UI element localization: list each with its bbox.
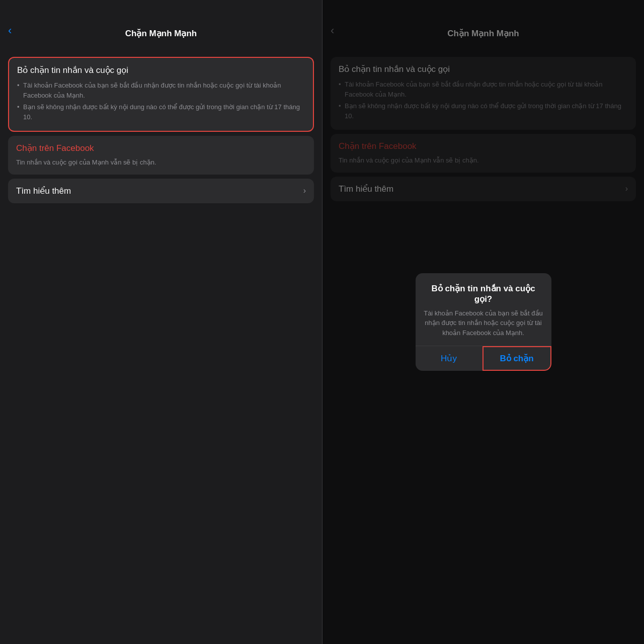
left-back-button[interactable]: ‹ bbox=[8, 25, 12, 36]
modal-cancel-button[interactable]: Hủy bbox=[416, 346, 482, 371]
left-bullet-2: Bạn sẽ không nhận được bất kỳ nội dung n… bbox=[17, 102, 305, 122]
left-unblock-title: Bỏ chặn tin nhắn và cuộc gọi bbox=[17, 65, 305, 75]
left-learn-more-label: Tìm hiểu thêm bbox=[16, 186, 71, 196]
modal-title: Bỏ chặn tin nhắn và cuộc gọi? bbox=[424, 283, 543, 304]
left-chevron-right-icon: › bbox=[303, 186, 306, 195]
modal-body: Bỏ chặn tin nhắn và cuộc gọi? Tài khoản … bbox=[416, 273, 551, 346]
modal-actions: Hủy Bỏ chặn bbox=[416, 346, 551, 371]
left-block-facebook-title: Chặn trên Facebook bbox=[16, 143, 306, 153]
left-content: Bỏ chặn tin nhắn và cuộc gọi Tài khoản F… bbox=[0, 47, 322, 644]
modal-message: Tài khoản Facebook của bạn sẽ bắt đầu nh… bbox=[424, 308, 543, 338]
modal-confirm-button[interactable]: Bỏ chặn bbox=[482, 346, 551, 371]
left-unblock-bullets: Tài khoản Facebook của bạn sẽ bắt đầu nh… bbox=[17, 80, 305, 122]
left-block-facebook-section[interactable]: Chặn trên Facebook Tin nhắn và cuộc gọi … bbox=[8, 136, 314, 175]
left-block-facebook-subtitle: Tin nhắn và cuộc gọi của Mạnh vẫn sẽ bị … bbox=[16, 157, 306, 168]
left-header-title: Chặn Mạnh Mạnh bbox=[125, 28, 197, 39]
left-bullet-1: Tài khoản Facebook của bạn sẽ bắt đầu nh… bbox=[17, 80, 305, 100]
modal-overlay: Bỏ chặn tin nhắn và cuộc gọi? Tài khoản … bbox=[323, 0, 644, 644]
confirmation-modal: Bỏ chặn tin nhắn và cuộc gọi? Tài khoản … bbox=[416, 273, 551, 371]
left-panel: ‹ Chặn Mạnh Mạnh Bỏ chặn tin nhắn và cuộ… bbox=[0, 0, 322, 644]
left-unblock-section[interactable]: Bỏ chặn tin nhắn và cuộc gọi Tài khoản F… bbox=[8, 57, 314, 132]
left-header: ‹ Chặn Mạnh Mạnh bbox=[0, 0, 322, 47]
right-panel: ‹ Chặn Mạnh Mạnh Bỏ chặn tin nhắn và cuộ… bbox=[322, 0, 644, 644]
left-back-icon: ‹ bbox=[8, 25, 12, 36]
left-learn-more[interactable]: Tìm hiểu thêm › bbox=[8, 179, 314, 203]
